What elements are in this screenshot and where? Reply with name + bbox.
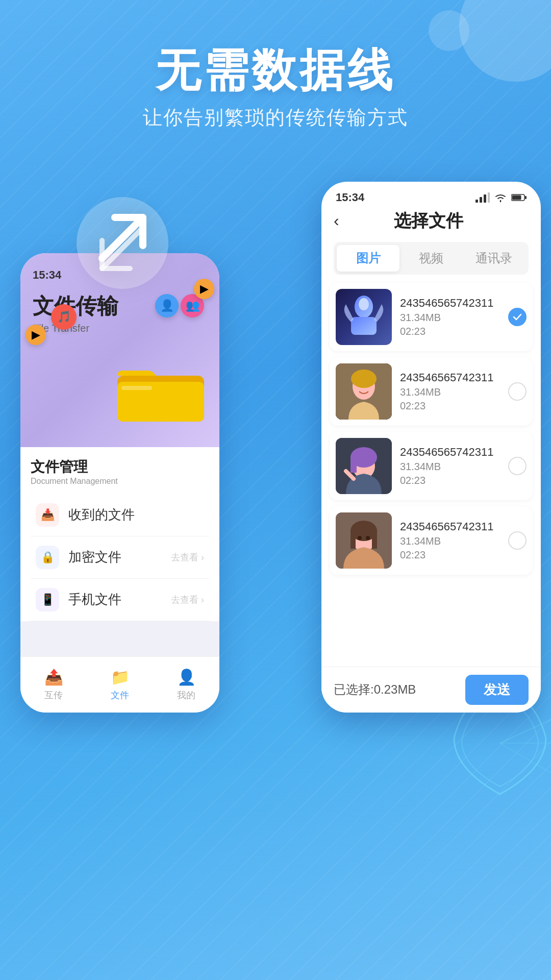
lp-body: 文件管理 Document Management 📥 收到的文件 🔒 加密文件 … <box>20 447 219 621</box>
transfer-tab-label: 互传 <box>44 689 63 701</box>
file-thumb-2 <box>336 438 392 494</box>
file-name-0: 243546565742311 <box>400 297 508 310</box>
rp-tabs: 图片 视频 通讯录 <box>334 242 529 275</box>
file-size-3: 31.34MB <box>400 535 508 547</box>
svg-line-32 <box>500 743 551 779</box>
svg-point-0 <box>77 197 168 289</box>
svg-rect-6 <box>484 194 486 203</box>
svg-rect-4 <box>475 200 478 203</box>
file-info-0: 243546565742311 31.34MB 02:23 <box>400 297 508 337</box>
svg-rect-9 <box>512 195 521 200</box>
menu-label-encrypted: 加密文件 <box>68 548 121 566</box>
mine-tab-icon: 👤 <box>177 668 196 686</box>
main-title: 无需数据线 <box>0 46 551 95</box>
menu-label-received: 收到的文件 <box>68 506 135 524</box>
file-thumb-3 <box>336 512 392 569</box>
menu-item-received[interactable]: 📥 收到的文件 <box>31 494 209 536</box>
files-tab-label: 文件 <box>111 689 129 701</box>
rp-status-bar: 15:34 <box>321 182 541 204</box>
file-check-2[interactable] <box>508 457 527 475</box>
file-name-2: 243546565742311 <box>400 446 508 459</box>
share-icon-wrap <box>71 192 173 294</box>
menu-item-encrypted[interactable]: 🔒 加密文件 去查看 › <box>31 536 209 579</box>
files-tab-icon: 📁 <box>111 668 130 686</box>
svg-rect-21 <box>350 457 357 473</box>
menu-icon-phone: 📱 <box>36 588 59 611</box>
svg-point-12 <box>359 298 369 310</box>
file-item-1[interactable]: 243546565742311 31.34MB 02:23 <box>330 357 533 426</box>
svg-rect-26 <box>350 531 356 549</box>
signal-icon <box>475 192 490 203</box>
rp-status-icons <box>475 192 527 203</box>
sub-title: 让你告别繁琐的传统传输方式 <box>0 105 551 131</box>
file-item-2[interactable]: 243546565742311 31.34MB 02:23 <box>330 432 533 500</box>
tab-contacts[interactable]: 通讯录 <box>463 245 525 272</box>
phone-left: 15:34 文件传输 File Transfer 🎵 👤 👥 ▶ ▶ <box>20 253 219 713</box>
svg-rect-13 <box>351 317 377 335</box>
menu-arrow-phone: 去查看 › <box>171 594 204 606</box>
svg-point-29 <box>366 536 370 540</box>
phone-right: 15:34 <box>321 182 541 713</box>
menu-arrow-encrypted: 去查看 › <box>171 551 204 564</box>
file-check-0[interactable] <box>508 308 527 326</box>
lp-section-title: 文件管理 <box>31 457 209 477</box>
file-item-3[interactable]: 243546565742311 31.34MB 02:23 <box>330 506 533 575</box>
file-size-2: 31.34MB <box>400 461 508 473</box>
file-dur-3: 02:23 <box>400 549 508 561</box>
rp-file-list: 243546565742311 31.34MB 02:23 <box>321 279 541 585</box>
file-dur-0: 02:23 <box>400 326 508 337</box>
svg-rect-10 <box>525 196 527 199</box>
rp-bottom-bar: 已选择:0.23MB 发送 <box>321 667 541 713</box>
rp-nav-title: 选择文件 <box>394 209 463 233</box>
svg-point-28 <box>358 536 362 540</box>
rp-time: 15:34 <box>336 191 364 204</box>
tab-mine[interactable]: 👤 我的 <box>177 668 196 701</box>
file-check-1[interactable] <box>508 382 527 401</box>
file-info-2: 243546565742311 31.34MB 02:23 <box>400 446 508 486</box>
tab-images[interactable]: 图片 <box>337 245 399 272</box>
menu-label-phone: 手机文件 <box>68 591 121 608</box>
file-thumb-1 <box>336 363 392 420</box>
play2-float-icon: ▶ <box>26 325 46 345</box>
svg-rect-5 <box>480 197 482 203</box>
back-button[interactable]: ‹ <box>334 211 339 230</box>
tab-files[interactable]: 📁 文件 <box>111 668 130 701</box>
menu-icon-encrypted: 🔒 <box>36 546 59 569</box>
svg-rect-27 <box>372 531 377 549</box>
lp-folder-area <box>112 355 214 437</box>
lp-section-sub: Document Management <box>31 477 209 486</box>
tab-transfer[interactable]: 📤 互传 <box>44 668 63 701</box>
svg-rect-7 <box>488 192 490 203</box>
svg-rect-3 <box>121 386 152 390</box>
file-thumb-0 <box>336 289 392 345</box>
phones-container: 15:34 文件传输 File Transfer 🎵 👤 👥 ▶ ▶ <box>0 151 551 840</box>
selected-size-text: 已选择:0.23MB <box>334 681 465 698</box>
battery-icon <box>511 193 527 202</box>
play-float-icon: ▶ <box>194 279 214 299</box>
transfer-tab-icon: 📤 <box>44 668 63 686</box>
file-name-3: 243546565742311 <box>400 520 508 533</box>
file-size-1: 31.34MB <box>400 386 508 398</box>
file-check-3[interactable] <box>508 531 527 550</box>
file-info-3: 243546565742311 31.34MB 02:23 <box>400 520 508 561</box>
file-name-1: 243546565742311 <box>400 371 508 384</box>
file-item-0[interactable]: 243546565742311 31.34MB 02:23 <box>330 283 533 351</box>
music-float-icon: 🎵 <box>51 304 77 330</box>
file-dur-1: 02:23 <box>400 400 508 412</box>
send-button[interactable]: 发送 <box>465 675 529 705</box>
svg-point-17 <box>351 370 377 388</box>
mine-tab-label: 我的 <box>177 689 195 701</box>
person-float-icon: 👤 <box>155 294 179 317</box>
file-info-1: 243546565742311 31.34MB 02:23 <box>400 371 508 412</box>
lp-tabbar: 📤 互传 📁 文件 👤 我的 <box>20 656 219 713</box>
rp-nav: ‹ 选择文件 <box>321 204 541 238</box>
file-dur-2: 02:23 <box>400 475 508 486</box>
menu-icon-received: 📥 <box>36 503 59 527</box>
tab-videos[interactable]: 视频 <box>399 245 462 272</box>
header-section: 无需数据线 让你告别繁琐的传统传输方式 <box>0 0 551 151</box>
file-size-0: 31.34MB <box>400 312 508 324</box>
wifi-icon <box>494 192 507 203</box>
menu-item-phone[interactable]: 📱 手机文件 去查看 › <box>31 579 209 621</box>
